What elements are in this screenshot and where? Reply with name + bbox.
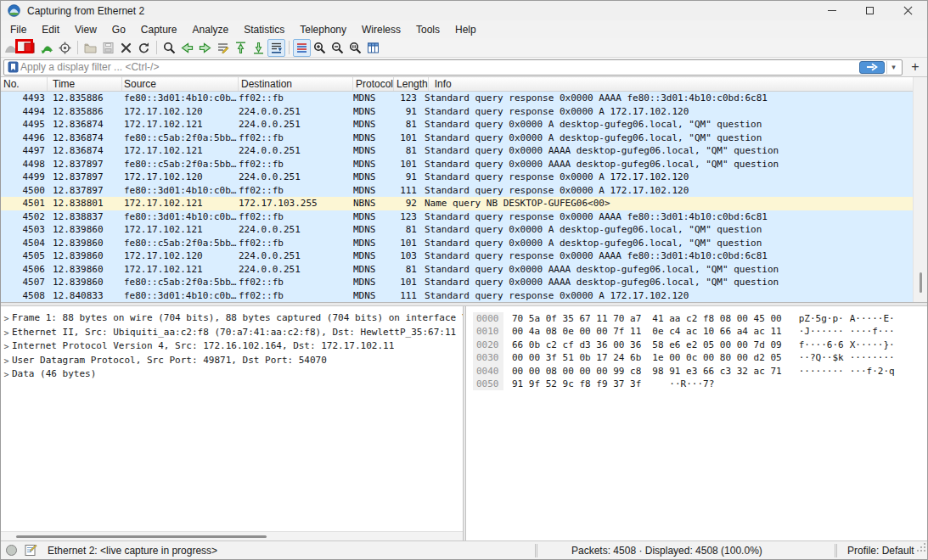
detail-tree-node[interactable]: > Ethernet II, Src: Ubiquiti_aa:c2:f8 (7… (1, 326, 463, 340)
menu-item[interactable]: Analyze (185, 22, 237, 37)
menu-item[interactable]: Tools (408, 22, 447, 37)
expander-chevron-icon[interactable]: > (1, 354, 12, 368)
hex-row[interactable]: 003000 00 3f 51 0b 17 24 6b1e 00 0c 00 8… (473, 351, 927, 364)
packet-row[interactable]: 4507 12.839860 fe80::c5ab:2f0a:5bb… ff02… (1, 276, 914, 289)
go-to-packet-button[interactable] (214, 39, 232, 57)
packet-details-pane: > Frame 1: 88 bytes on wire (704 bits), … (1, 306, 463, 540)
packet-row[interactable]: 4499 12.837897 172.17.102.120 224.0.0.25… (1, 171, 914, 184)
stop-capture-button[interactable] (20, 39, 38, 57)
menu-item[interactable]: Go (104, 22, 133, 37)
packet-row[interactable]: 4500 12.837897 fe80::3d01:4b10:c0b… ff02… (1, 184, 914, 198)
colorize-toggle[interactable] (293, 39, 311, 57)
previous-packet-button[interactable] (178, 39, 196, 57)
close-button[interactable] (889, 1, 927, 20)
menu-item[interactable]: File (3, 22, 34, 37)
menu-item[interactable]: Help (447, 22, 484, 37)
resize-grip[interactable] (915, 541, 927, 559)
packet-row[interactable]: 4501 12.838801 172.17.102.121 172.17.103… (1, 197, 914, 210)
close-file-button[interactable] (117, 39, 135, 57)
zoom-reset-button[interactable] (346, 39, 364, 57)
filter-bookmark-button[interactable] (6, 61, 20, 74)
start-capture-button[interactable] (3, 39, 20, 57)
menu-item[interactable]: Wireless (354, 22, 408, 37)
go-to-packet-icon (216, 41, 230, 55)
detail-tree-node[interactable]: > User Datagram Protocol, Src Port: 4987… (1, 354, 463, 368)
capture-comment-icon[interactable] (25, 544, 37, 557)
scrollbar-thumb[interactable] (920, 272, 922, 293)
grip-dots-icon (915, 541, 927, 553)
zoom-in-button[interactable] (311, 39, 329, 57)
shark-fin-gray-icon (4, 41, 19, 55)
hex-row[interactable]: 004000 00 08 00 00 00 99 c898 91 e3 66 c… (473, 365, 927, 378)
packet-row[interactable]: 4502 12.838837 fe80::3d01:4b10:c0b… ff02… (1, 210, 914, 224)
hex-row[interactable]: 002066 0b c2 cf d3 36 00 3658 e6 e2 05 0… (473, 339, 927, 351)
gear-icon (58, 41, 72, 55)
packet-row[interactable]: 4504 12.839860 fe80::c5ab:2f0a:5bb… ff02… (1, 237, 914, 250)
detail-tree-node[interactable]: > Data (46 bytes) (1, 367, 463, 382)
menu-item[interactable]: Statistics (236, 22, 292, 37)
menu-item[interactable]: Capture (133, 22, 185, 37)
toolbar-separator (289, 41, 290, 54)
packet-row[interactable]: 4495 12.836874 172.17.102.121 224.0.0.25… (1, 118, 914, 132)
zoom-out-button[interactable] (329, 39, 346, 57)
menu-item[interactable]: Edit (34, 22, 67, 37)
details-horizontal-scrollbar[interactable] (1, 531, 463, 540)
filter-dropdown-button[interactable]: ▾ (886, 61, 900, 74)
detail-tree-node[interactable]: > Internet Protocol Version 4, Src: 172.… (1, 339, 463, 354)
arrow-down-icon (251, 41, 266, 55)
packet-row[interactable]: 4505 12.839860 172.17.102.120 224.0.0.25… (1, 249, 914, 263)
lower-panes: > Frame 1: 88 bytes on wire (704 bits), … (1, 306, 927, 540)
menu-item[interactable]: Telephony (292, 22, 354, 37)
next-packet-button[interactable] (196, 39, 214, 57)
first-packet-button[interactable] (232, 39, 250, 57)
hex-row[interactable]: 005091 9f 52 9c f8 f9 37 3f··R···7? (473, 378, 927, 390)
packet-row[interactable]: 4503 12.839860 172.17.102.121 224.0.0.25… (1, 223, 914, 237)
packet-row[interactable]: 4494 12.835886 172.17.102.120 224.0.0.25… (1, 105, 914, 119)
column-header-protocol[interactable]: Protocol (353, 77, 394, 91)
column-header-destination[interactable]: Destination (239, 77, 353, 91)
column-header-source[interactable]: Source (122, 77, 239, 91)
menu-bar: FileEditViewGoCaptureAnalyzeStatisticsTe… (1, 20, 927, 38)
apply-filter-button[interactable] (859, 61, 885, 74)
packet-row[interactable]: 4506 12.839860 172.17.102.121 224.0.0.25… (1, 263, 914, 277)
hex-row[interactable]: 000070 5a 0f 35 67 11 70 a741 aa c2 f8 0… (473, 312, 927, 325)
maximize-button[interactable] (851, 1, 889, 20)
expert-info-dot-icon[interactable] (6, 545, 17, 556)
packet-row[interactable]: 4493 12.835886 fe80::3d01:4b10:c0b… ff02… (1, 92, 914, 105)
scrollbar-thumb[interactable] (16, 535, 267, 538)
add-filter-button[interactable]: + (906, 59, 925, 76)
last-packet-button[interactable] (250, 39, 267, 57)
open-file-button[interactable] (82, 39, 99, 57)
packet-row[interactable]: 4496 12.836874 fe80::c5ab:2f0a:5bb… ff02… (1, 132, 914, 145)
display-filter-field: ▾ (3, 59, 903, 76)
find-packet-button[interactable] (160, 39, 178, 57)
expander-chevron-icon[interactable]: > (1, 367, 12, 382)
reload-file-button[interactable] (135, 39, 153, 57)
packet-row[interactable]: 4508 12.840833 fe80::3d01:4b10:c0b… ff02… (1, 289, 914, 303)
bookmark-icon (8, 61, 19, 73)
expander-chevron-icon[interactable]: > (1, 326, 12, 340)
column-header-no[interactable]: No. (1, 77, 48, 91)
folder-icon (83, 41, 98, 55)
auto-scroll-toggle[interactable] (267, 39, 285, 57)
detail-tree-node[interactable]: > Frame 1: 88 bytes on wire (704 bits), … (1, 311, 463, 326)
hex-row[interactable]: 001000 4a 08 0e 00 00 7f 110e c4 ac 10 6… (473, 325, 927, 338)
expander-chevron-icon[interactable]: > (1, 339, 12, 354)
restart-capture-button[interactable] (38, 39, 56, 57)
title-bar: Capturing from Ethernet 2 (1, 1, 927, 20)
packet-row[interactable]: 4497 12.836874 172.17.102.121 224.0.0.25… (1, 144, 914, 158)
profile-selector[interactable]: Profile: Default (837, 545, 915, 557)
minimize-button[interactable] (813, 1, 851, 20)
column-header-time[interactable]: Time (48, 77, 122, 91)
display-filter-input[interactable] (20, 61, 859, 74)
column-header-info[interactable]: Info (429, 77, 927, 91)
save-file-button[interactable] (99, 39, 117, 57)
menu-item[interactable]: View (67, 22, 104, 37)
resize-columns-button[interactable] (364, 39, 382, 57)
packet-row[interactable]: 4498 12.837897 fe80::c5ab:2f0a:5bb… ff02… (1, 158, 914, 171)
column-header-length[interactable]: Length (394, 77, 429, 91)
capture-options-button[interactable] (56, 39, 74, 57)
zoom-out-icon (330, 41, 345, 55)
packet-list-scrollbar[interactable] (913, 77, 927, 302)
expander-chevron-icon[interactable]: > (1, 311, 12, 326)
